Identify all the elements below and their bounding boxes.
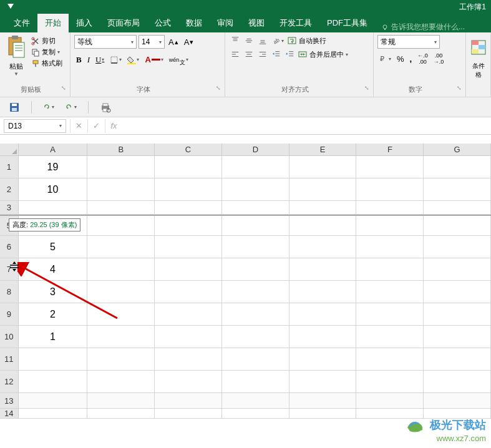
cell[interactable]	[222, 236, 289, 258]
cell[interactable]	[19, 393, 88, 408]
cell[interactable]	[424, 393, 491, 408]
cell[interactable]	[289, 201, 357, 214]
align-bottom-button[interactable]	[256, 35, 269, 46]
cell[interactable]	[424, 348, 491, 370]
align-middle-button[interactable]	[243, 35, 255, 46]
tab-formulas[interactable]: 公式	[147, 14, 178, 32]
tab-insert[interactable]: 插入	[69, 14, 100, 32]
cell[interactable]	[87, 409, 155, 418]
cell[interactable]	[87, 216, 155, 235]
row-header[interactable]: 9	[0, 303, 19, 325]
cell[interactable]: 3	[19, 281, 88, 303]
cell[interactable]	[222, 178, 289, 200]
cell[interactable]	[155, 236, 222, 258]
cell[interactable]	[19, 371, 88, 392]
cell[interactable]	[155, 326, 222, 348]
col-header-d[interactable]: D	[222, 144, 289, 155]
row-header[interactable]: 12	[0, 371, 19, 392]
cell[interactable]	[289, 236, 357, 258]
name-box[interactable]: D13▾	[4, 119, 66, 133]
row-header[interactable]: 14	[0, 409, 19, 418]
cell[interactable]	[424, 326, 491, 348]
cell[interactable]	[87, 348, 155, 370]
cell[interactable]	[155, 409, 222, 418]
app-menu-icon[interactable]	[6, 2, 15, 11]
formula-input[interactable]	[122, 119, 491, 133]
font-size-select[interactable]: 14▾	[139, 35, 165, 49]
cell[interactable]	[356, 258, 424, 280]
cell[interactable]	[424, 201, 491, 214]
redo-button[interactable]: ▾	[43, 102, 54, 113]
cell[interactable]	[356, 201, 424, 214]
cell[interactable]	[222, 281, 289, 303]
col-header-e[interactable]: E	[289, 144, 357, 155]
cell[interactable]	[87, 236, 155, 258]
cell[interactable]	[356, 393, 424, 408]
col-header-c[interactable]: C	[155, 144, 222, 155]
tell-me-search[interactable]: 告诉我您想要做什么...	[381, 22, 465, 32]
cell[interactable]	[222, 348, 289, 370]
cell[interactable]	[87, 393, 155, 408]
cell[interactable]	[424, 281, 491, 303]
cancel-formula-button[interactable]: ✕	[70, 119, 87, 133]
format-painter-button[interactable]: 格式刷	[31, 59, 62, 68]
cell[interactable]	[222, 258, 289, 280]
cell[interactable]	[155, 303, 222, 325]
paste-dropdown-arrow[interactable]: ▼	[4, 71, 29, 77]
cell[interactable]	[424, 371, 491, 392]
cell[interactable]	[155, 281, 222, 303]
cell[interactable]	[155, 178, 222, 200]
cell[interactable]	[222, 201, 289, 214]
cell[interactable]	[222, 393, 289, 408]
cell[interactable]	[289, 216, 357, 235]
align-right-button[interactable]	[256, 49, 269, 60]
cell[interactable]	[87, 178, 155, 200]
decrease-indent-button[interactable]	[270, 49, 283, 60]
cell[interactable]: 2	[19, 303, 88, 325]
cell[interactable]	[87, 371, 155, 392]
cell[interactable]	[424, 258, 491, 280]
percent-button[interactable]: %	[395, 53, 406, 65]
tab-file[interactable]: 文件	[6, 14, 37, 32]
cell[interactable]	[424, 216, 491, 235]
cell[interactable]	[356, 216, 424, 235]
cell[interactable]	[289, 156, 357, 178]
cell[interactable]	[155, 348, 222, 370]
increase-font-button[interactable]: A▴	[167, 36, 180, 48]
cell[interactable]	[222, 216, 289, 235]
cell[interactable]	[222, 303, 289, 325]
tab-review[interactable]: 审阅	[210, 14, 241, 32]
align-left-button[interactable]	[229, 49, 241, 60]
wrap-text-button[interactable]: 自动换行	[287, 36, 326, 46]
cell[interactable]	[289, 371, 357, 392]
bold-button[interactable]: B	[74, 54, 84, 66]
cell[interactable]	[155, 371, 222, 392]
row-header[interactable]: 10	[0, 326, 19, 348]
cell[interactable]	[87, 156, 155, 178]
tab-view[interactable]: 视图	[241, 14, 272, 32]
tab-pdf-tools[interactable]: PDF工具集	[319, 14, 375, 32]
cell[interactable]	[289, 281, 357, 303]
font-name-select[interactable]: 等线▾	[74, 35, 137, 49]
cell[interactable]: 4	[19, 258, 88, 280]
cell[interactable]	[356, 303, 424, 325]
cut-button[interactable]: 剪切	[31, 36, 62, 46]
cell[interactable]	[289, 178, 357, 200]
undo-button[interactable]: ▾	[66, 102, 77, 113]
increase-indent-button[interactable]	[284, 49, 296, 60]
cell[interactable]	[87, 326, 155, 348]
cell[interactable]	[289, 393, 357, 408]
cell[interactable]	[424, 156, 491, 178]
orientation-button[interactable]: ab▾	[270, 35, 286, 46]
cell[interactable]	[19, 409, 88, 418]
col-header-a[interactable]: A	[19, 144, 88, 155]
cell[interactable]	[87, 201, 155, 214]
cell[interactable]: 10	[19, 178, 88, 200]
font-launcher-icon[interactable]: ⤡	[216, 85, 221, 91]
cell[interactable]	[222, 371, 289, 392]
cell[interactable]	[155, 156, 222, 178]
cell[interactable]	[222, 156, 289, 178]
col-header-b[interactable]: B	[87, 144, 155, 155]
cell[interactable]	[87, 281, 155, 303]
row-header[interactable]: 2	[0, 178, 19, 200]
